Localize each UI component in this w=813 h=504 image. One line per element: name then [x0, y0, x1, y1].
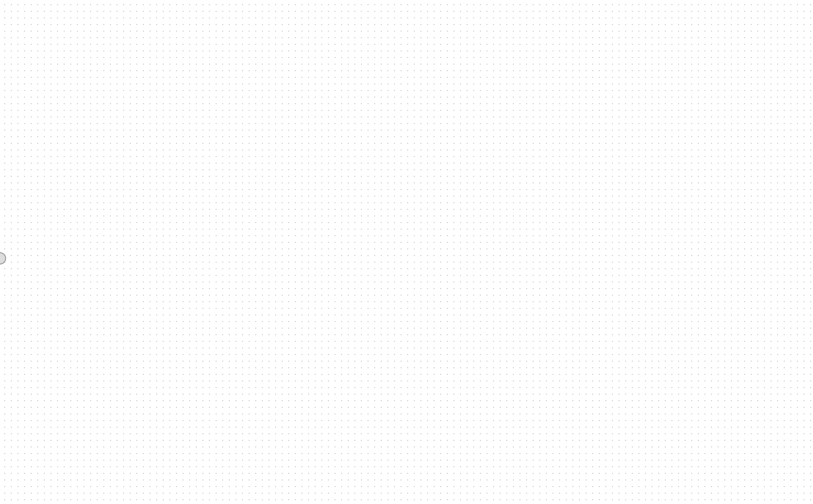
offscreen-element	[0, 252, 6, 264]
logic-editor-canvas[interactable]	[0, 0, 813, 504]
